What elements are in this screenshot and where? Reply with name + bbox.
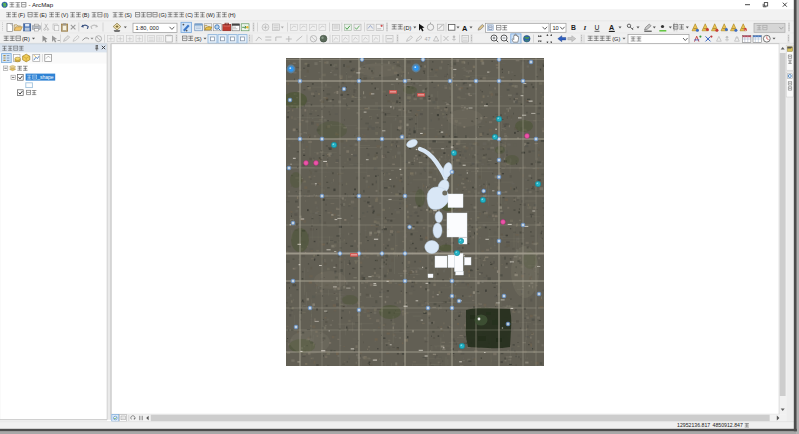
- svg-text:47: 47: [425, 36, 431, 42]
- svg-text:I: I: [583, 24, 587, 32]
- svg-text:U: U: [595, 24, 600, 31]
- svg-text:(V): (V): [61, 12, 69, 18]
- svg-text:(E): (E): [40, 12, 48, 18]
- svg-text:(G): (G): [612, 36, 620, 42]
- svg-text:(W): (W): [206, 12, 215, 18]
- svg-text:B: B: [571, 24, 576, 31]
- svg-text:(D): (D): [404, 25, 412, 31]
- svg-text:(B): (B): [82, 12, 90, 18]
- svg-text:- ArcMap: - ArcMap: [29, 1, 54, 8]
- svg-text:(H): (H): [228, 12, 236, 18]
- svg-text:1:80, 000: 1:80, 000: [136, 25, 159, 31]
- svg-text:_shape: _shape: [36, 74, 54, 80]
- svg-text:(C): (C): [185, 12, 193, 18]
- svg-text:4850912.847: 4850912.847: [713, 422, 743, 428]
- svg-text:(S): (S): [125, 12, 133, 18]
- svg-text:A: A: [462, 24, 468, 33]
- svg-text:12952136.817: 12952136.817: [677, 422, 710, 428]
- svg-text:(I): (I): [104, 12, 109, 18]
- svg-text:(R): (R): [22, 36, 30, 42]
- svg-text:10: 10: [553, 25, 559, 31]
- svg-text:(F): (F): [18, 12, 25, 18]
- svg-text:(G): (G): [159, 12, 167, 18]
- svg-text:(S): (S): [194, 36, 202, 42]
